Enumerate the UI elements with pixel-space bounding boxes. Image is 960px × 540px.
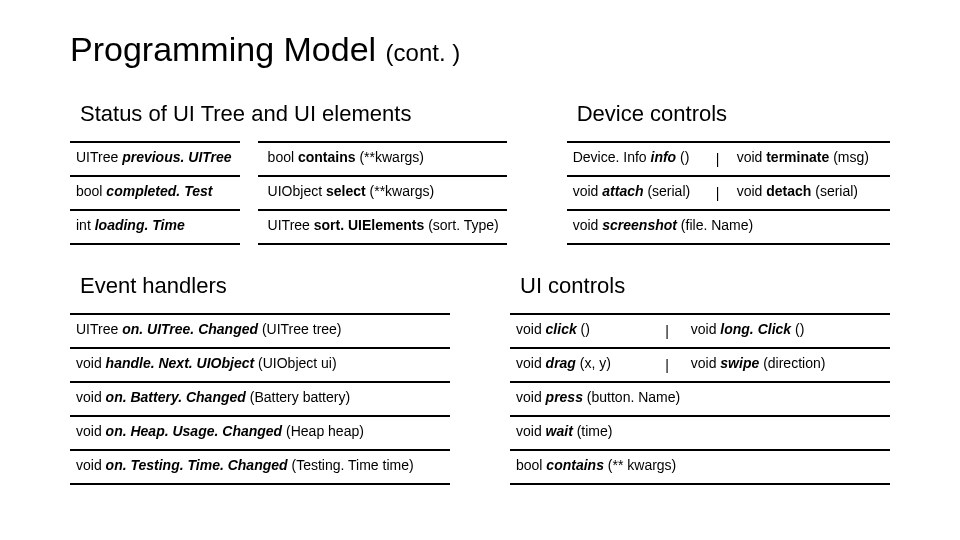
- status-table: UITree previous. UITree bool contains (*…: [70, 141, 507, 245]
- page-title: Programming Model (cont. ): [70, 30, 890, 69]
- table-row: void click () | void long. Click (): [510, 314, 890, 348]
- table-row: void wait (time): [510, 416, 890, 450]
- table-row: bool contains (** kwargs): [510, 450, 890, 484]
- table-row: void drag (x, y) | void swipe (direction…: [510, 348, 890, 382]
- device-section: Device controls Device. Info info () | v…: [567, 97, 890, 245]
- event-section: Event handlers UITree on. UITree. Change…: [70, 269, 450, 485]
- table-row: void handle. Next. UIObject (UIObject ui…: [70, 348, 450, 382]
- table-row: bool completed. Test UIObject select (**…: [70, 176, 507, 210]
- slide: Programming Model (cont. ) Status of UI …: [0, 0, 960, 485]
- table-row: void attach (serial) | void detach (seri…: [567, 176, 890, 210]
- event-heading: Event handlers: [80, 273, 450, 299]
- table-row: void on. Testing. Time. Changed (Testing…: [70, 450, 450, 484]
- table-row: void screenshot (file. Name): [567, 210, 890, 244]
- bottom-row: Event handlers UITree on. UITree. Change…: [70, 269, 890, 485]
- table-row: UITree on. UITree. Changed (UITree tree): [70, 314, 450, 348]
- status-section: Status of UI Tree and UI elements UITree…: [70, 97, 507, 245]
- title-main: Programming Model: [70, 30, 386, 68]
- device-heading: Device controls: [577, 101, 890, 127]
- title-cont: (cont. ): [386, 39, 461, 66]
- device-table: Device. Info info () | void terminate (m…: [567, 141, 890, 245]
- event-table: UITree on. UITree. Changed (UITree tree)…: [70, 313, 450, 485]
- table-row: UITree previous. UITree bool contains (*…: [70, 142, 507, 176]
- table-row: int loading. Time UITree sort. UIElement…: [70, 210, 507, 244]
- table-row: Device. Info info () | void terminate (m…: [567, 142, 890, 176]
- uicontrols-table: void click () | void long. Click () void…: [510, 313, 890, 485]
- uicontrols-section: UI controls void click () | void long. C…: [510, 269, 890, 485]
- table-row: void press (button. Name): [510, 382, 890, 416]
- status-heading: Status of UI Tree and UI elements: [80, 101, 507, 127]
- uicontrols-heading: UI controls: [520, 273, 890, 299]
- top-row: Status of UI Tree and UI elements UITree…: [70, 97, 890, 245]
- table-row: void on. Battery. Changed (Battery batte…: [70, 382, 450, 416]
- table-row: void on. Heap. Usage. Changed (Heap heap…: [70, 416, 450, 450]
